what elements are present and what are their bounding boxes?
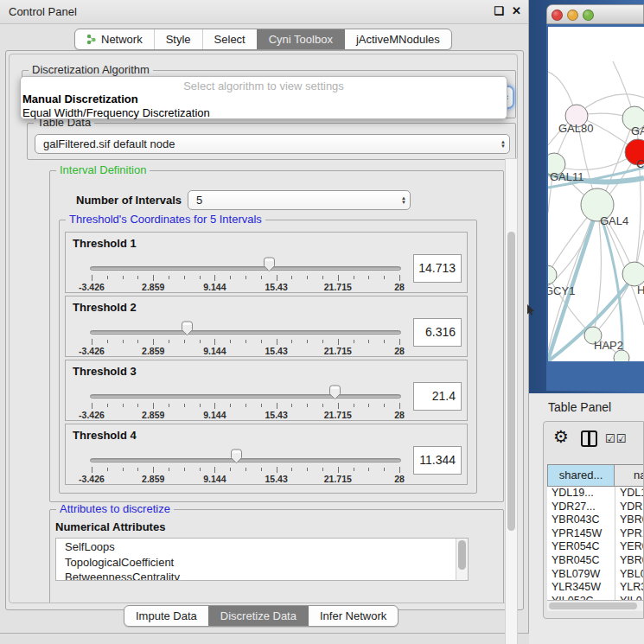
table-row[interactable]: YBL079WYBL0 <box>547 568 644 582</box>
node-table-panel: ⚙ ☑☑ shared... na YDL19...YDL1YDR27...YD… <box>543 421 644 619</box>
slider-track[interactable] <box>90 330 401 335</box>
tab-label: Cyni Toolbox <box>269 29 333 49</box>
tab-label: jActiveMNodules <box>356 29 440 49</box>
slider-tick-label: 15.43 <box>265 282 287 292</box>
table-row[interactable]: YBR045CYBR0 <box>547 554 644 568</box>
close-traffic-light[interactable] <box>552 10 563 21</box>
tab-jactivemnodules[interactable]: jActiveMNodules <box>344 29 451 49</box>
slider-tick <box>368 404 369 407</box>
slider-tick <box>307 404 308 407</box>
slider-tick <box>137 340 138 343</box>
checkbox-icons[interactable]: ☑☑ <box>605 432 627 445</box>
slider-tick <box>245 468 246 471</box>
column-header-name[interactable]: na <box>615 464 644 487</box>
slider-tick <box>153 403 154 409</box>
number-of-intervals-select[interactable]: 5 ▲▼ <box>188 190 411 210</box>
slider-tick <box>368 468 369 471</box>
slider-thumb[interactable] <box>328 385 341 400</box>
slider-tick <box>322 276 323 279</box>
list-scrollbar[interactable] <box>456 539 468 580</box>
slider-track[interactable] <box>90 458 401 462</box>
gear-icon[interactable]: ⚙ <box>553 426 569 447</box>
slider-tick-label: 9.144 <box>203 346 226 356</box>
table-row[interactable]: YPR145WYPR1 <box>547 527 644 541</box>
slider-tick-label: 9.144 <box>203 282 226 292</box>
numerical-attributes-list[interactable]: SelfLoopsTopologicalCoefficientBetweenne… <box>55 538 469 581</box>
slider-track[interactable] <box>90 394 401 399</box>
slider-tick <box>153 339 154 345</box>
tab-style[interactable]: Style <box>154 29 202 49</box>
content-scrollbar-thumb[interactable] <box>507 232 515 531</box>
slider-tick <box>261 276 262 279</box>
slider-tick-label: 28 <box>394 474 405 484</box>
threshold-value-field[interactable]: 11.344 <box>413 446 462 475</box>
algorithm-group-title: Discretization Algorithm <box>29 63 153 76</box>
minimize-traffic-light[interactable] <box>567 10 578 21</box>
slider-tick <box>291 276 292 279</box>
slider-tick <box>261 340 262 343</box>
network-window-titlebar <box>546 4 644 24</box>
slider-track[interactable] <box>90 266 401 271</box>
cell-name: YDL1 <box>615 487 644 501</box>
slider-thumb[interactable] <box>181 321 194 336</box>
slider-thumb[interactable] <box>263 257 276 272</box>
network-node-label: C <box>636 157 644 170</box>
slider-tick-label: 2.859 <box>142 282 164 292</box>
tab-select[interactable]: Select <box>202 29 257 49</box>
network-canvas[interactable]: GAL80GACGAL11GAL4GCY1HHAP2 <box>548 27 644 361</box>
cell-name: YBL0 <box>615 568 644 582</box>
attribute-item-topologicalcoefficient[interactable]: TopologicalCoefficient <box>65 555 468 571</box>
attribute-item-selfloops[interactable]: SelfLoops <box>65 539 468 555</box>
slider-tick <box>277 467 277 473</box>
threshold-value-field[interactable]: 21.4 <box>413 382 462 411</box>
column-header-shared-name[interactable]: shared... <box>547 464 615 487</box>
threshold-value-field[interactable]: 6.316 <box>413 318 462 347</box>
tab-network[interactable]: Network <box>75 29 154 49</box>
dropdown-option-manual-discretization[interactable]: Manual Discretization <box>21 92 507 106</box>
threshold-value-field[interactable]: 14.713 <box>413 254 462 283</box>
table-data-select[interactable]: galFiltered.sif default node ▲▼ <box>35 134 510 154</box>
dropdown-options: Manual DiscretizationEqual Width/Frequen… <box>21 92 507 119</box>
close-window-icon[interactable]: ✕ <box>512 4 521 17</box>
slider-tick <box>230 404 231 407</box>
table-row[interactable]: YBR043CYBR0 <box>547 513 644 527</box>
tab-impute-data[interactable]: Impute Data <box>124 606 208 626</box>
slider-thumb[interactable] <box>230 449 243 464</box>
column-layout-icon[interactable] <box>581 430 597 447</box>
cell-shared-name: YER054C <box>547 540 615 554</box>
cell-shared-name: YDL19... <box>547 487 615 501</box>
list-scrollbar-thumb[interactable] <box>458 540 466 570</box>
content-scrollbar[interactable] <box>505 158 518 644</box>
table-hscrollbar[interactable] <box>547 600 644 611</box>
slider-tick-label: 2.859 <box>142 346 164 356</box>
tab-infer-network[interactable]: Infer Network <box>308 606 398 626</box>
mouse-cursor-icon <box>527 304 535 316</box>
network-node-label: GCY1 <box>548 284 575 297</box>
network-node-label: GA <box>631 124 644 137</box>
slider-tick <box>184 340 185 343</box>
slider-tick <box>245 276 246 279</box>
cell-shared-name: YBL079W <box>547 568 615 582</box>
interval-definition-group: Interval Definition Number of Intervals … <box>49 170 504 502</box>
network-node-h[interactable] <box>622 262 644 286</box>
tab-discretize-data[interactable]: Discretize Data <box>208 606 308 626</box>
view-tabs: NetworkStyleSelectCyni ToolboxjActiveMNo… <box>74 29 452 50</box>
table-row[interactable]: YDL19...YDL1 <box>547 487 644 501</box>
slider-tick <box>214 275 215 281</box>
tab-cyni-toolbox[interactable]: Cyni Toolbox <box>257 29 344 49</box>
table-hscrollbar-thumb[interactable] <box>549 603 637 609</box>
slider-tick <box>230 340 231 343</box>
network-window: GAL80GACGAL11GAL4GCY1HHAP2 <box>546 4 644 391</box>
dropdown-option-equal-width-frequency-discretization[interactable]: Equal Width/Frequency Discretization <box>21 106 507 120</box>
table-row[interactable]: YER054CYER0 <box>547 540 644 554</box>
zoom-traffic-light[interactable] <box>583 10 594 21</box>
table-row[interactable]: YDR27...YDR2 <box>547 501 644 514</box>
network-node-gcy1[interactable] <box>548 265 557 284</box>
cell-name: YPR1 <box>615 527 644 541</box>
float-window-icon[interactable]: ❏ <box>494 4 504 17</box>
table-row[interactable]: YLR345WYLR3 <box>547 581 644 595</box>
slider-tick-label: 28 <box>394 410 405 420</box>
slider-tick <box>92 403 92 409</box>
attribute-item-betweennesscentrality[interactable]: BetweennessCentrality <box>65 570 468 581</box>
slider-tick <box>92 467 92 473</box>
